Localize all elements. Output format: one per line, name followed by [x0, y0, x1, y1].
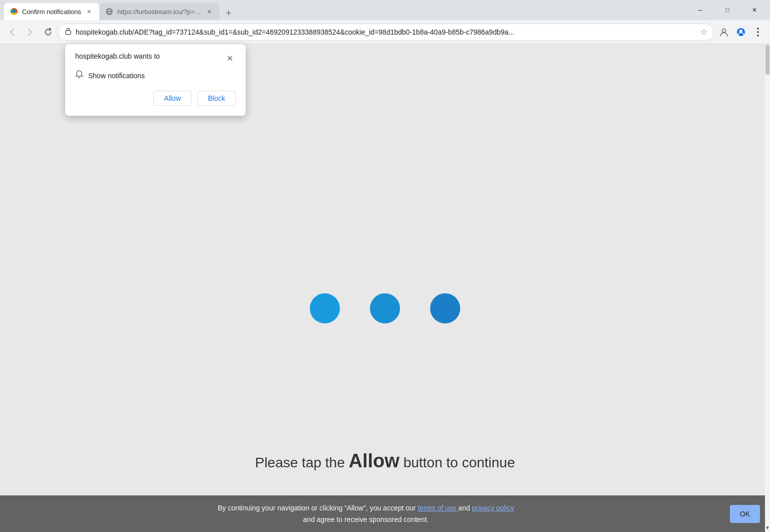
terms-link[interactable]: terms of use	[418, 504, 458, 512]
notification-dialog: hospitekogab.club wants to ✕ Show notifi…	[65, 44, 246, 116]
back-button[interactable]	[4, 24, 20, 40]
loading-dot-3	[430, 293, 460, 323]
reload-button[interactable]	[40, 24, 56, 40]
maximize-button[interactable]: □	[716, 2, 739, 18]
account-button[interactable]	[716, 24, 732, 40]
dialog-title: hospitekogab.club wants to	[75, 52, 160, 60]
forward-button[interactable]	[22, 24, 38, 40]
address-text: hospitekogab.club/ADE?tag_id=737124&sub_…	[76, 28, 696, 36]
svg-point-9	[757, 35, 759, 37]
loading-dot-1	[310, 293, 340, 323]
scrollbar-down-arrow[interactable]: ▼	[765, 523, 770, 532]
prompt-prefix: Please tap the	[255, 455, 345, 470]
consent-suffix: and agree to receive sponsored content.	[303, 515, 429, 523]
block-button[interactable]: Block	[198, 91, 236, 106]
close-button[interactable]: ✕	[743, 2, 766, 18]
svg-point-6	[739, 30, 742, 33]
prompt-suffix: button to continue	[404, 455, 515, 470]
address-bar[interactable]: hospitekogab.club/ADE?tag_id=737124&sub_…	[58, 24, 714, 41]
consent-bar: By continuing your navigation or clickin…	[0, 495, 770, 532]
allow-button[interactable]: Allow	[153, 91, 191, 106]
bell-icon	[75, 70, 83, 81]
tab-strip: Confirm notifications ✕ https://turbostr…	[4, 0, 685, 20]
loading-dots	[310, 293, 460, 323]
toolbar: hospitekogab.club/ADE?tag_id=737124&sub_…	[0, 20, 770, 44]
scrollbar[interactable]: ▲ ▼	[765, 44, 770, 532]
svg-rect-3	[66, 31, 71, 35]
tab-inactive[interactable]: https://turbostream.icu/?p=g5s... ✕	[99, 3, 220, 20]
page-prompt: Please tap the Allow button to continue	[255, 450, 515, 472]
consent-prefix: By continuing your navigation or clickin…	[218, 504, 418, 512]
page-content: hospitekogab.club wants to ✕ Show notifi…	[0, 44, 770, 532]
svg-point-4	[722, 29, 726, 32]
privacy-link[interactable]: privacy policy	[472, 504, 514, 512]
browser-window: Confirm notifications ✕ https://turbostr…	[0, 0, 770, 532]
lock-icon	[65, 27, 72, 37]
title-bar: Confirm notifications ✕ https://turbostr…	[0, 0, 770, 20]
tab-favicon-inactive	[105, 8, 113, 16]
dialog-permission: Show notifications	[75, 70, 236, 81]
scrollbar-thumb[interactable]	[765, 45, 769, 75]
minimize-button[interactable]: ─	[689, 2, 712, 18]
profile-button[interactable]	[733, 24, 749, 40]
tab-favicon-active	[10, 8, 18, 16]
tab-title-active: Confirm notifications	[22, 8, 81, 16]
dialog-buttons: Allow Block	[75, 91, 236, 106]
svg-point-8	[757, 31, 759, 33]
new-tab-button[interactable]: +	[222, 6, 236, 20]
svg-point-7	[757, 28, 759, 30]
permission-text: Show notifications	[88, 72, 145, 80]
tab-close-inactive[interactable]: ✕	[206, 8, 214, 16]
toolbar-right	[716, 24, 766, 40]
dialog-header: hospitekogab.club wants to ✕	[75, 52, 236, 64]
window-controls: ─ □ ✕	[689, 2, 766, 18]
menu-button[interactable]	[750, 24, 766, 40]
ok-button[interactable]: OK	[730, 505, 760, 523]
loading-dot-2	[370, 293, 400, 323]
tab-close-active[interactable]: ✕	[85, 8, 93, 16]
prompt-allow: Allow	[349, 450, 400, 471]
dialog-close-button[interactable]: ✕	[224, 52, 236, 64]
consent-text: By continuing your navigation or clickin…	[10, 502, 722, 525]
tab-active[interactable]: Confirm notifications ✕	[4, 3, 99, 20]
bookmark-icon[interactable]: ☆	[700, 27, 707, 37]
consent-and: and	[458, 504, 472, 512]
tab-title-inactive: https://turbostream.icu/?p=g5s...	[117, 8, 202, 16]
